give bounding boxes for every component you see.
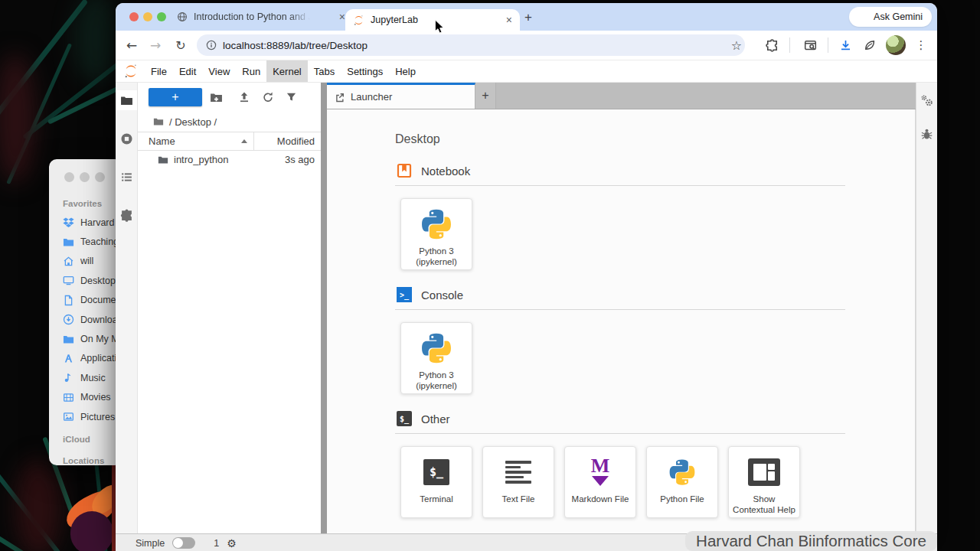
simple-mode-toggle[interactable] [172,537,195,549]
browser-window: Introduction to Python and Ju × JupyterL… [116,3,937,551]
close-tab-icon[interactable]: × [339,11,345,22]
left-activity-bar [116,83,138,533]
python-file-card[interactable]: Python File [646,446,718,518]
dock-tab-bar: Launcher + [327,83,916,109]
minimize-window-button[interactable] [143,12,152,21]
debugger-icon[interactable] [920,128,933,141]
sidebar-item-on-my-mac[interactable]: On My M [63,329,122,348]
python-icon [668,458,697,487]
menu-tabs[interactable]: Tabs [308,60,341,82]
back-button[interactable]: ← [122,31,142,60]
sidebar-item-documents[interactable]: Documen [63,291,122,310]
tab-title: JupyterLab [371,15,418,25]
ask-gemini-button[interactable]: Ask Gemini [849,7,932,27]
text-file-card[interactable]: Text File [482,446,554,518]
sort-ascending-icon [241,139,247,143]
new-folder-icon[interactable] [210,91,223,106]
menu-run[interactable]: Run [236,60,266,82]
upload-icon[interactable] [238,91,250,106]
profile-avatar[interactable] [886,35,906,55]
console-python3-card[interactable]: Python 3 (ipykernel) [400,322,472,394]
file-row-intro-python[interactable]: intro_python 3s ago [138,151,321,168]
document-icon [63,295,74,306]
sidebar-item-music[interactable]: Music [63,368,122,387]
tab-title: Introduction to Python and Ju [194,11,310,22]
panel-splitter[interactable] [321,83,327,533]
site-info-icon[interactable] [206,40,217,51]
browser-toolbar: ← → ↻ localhost:8889/lab/tree/Desktop ☆ … [116,31,937,60]
movies-icon [63,392,74,403]
simple-mode-label: Simple [136,538,165,549]
finder-traffic-lights[interactable] [64,172,105,182]
table-of-contents-tab[interactable] [116,167,137,187]
sidebar-item-movies[interactable]: Movies [63,388,122,407]
music-icon [63,372,74,383]
sidebar-item-pictures[interactable]: Pictures [63,407,122,426]
file-browser-panel: + / Desktop / Name Modified [138,83,321,533]
performance-leaf-icon[interactable] [860,31,880,60]
console-icon: >_ [397,287,412,302]
home-icon [63,256,74,267]
downloads-icon [63,314,74,325]
refresh-icon[interactable] [262,91,274,106]
zoom-window-button[interactable] [157,12,166,21]
close-window-button[interactable] [129,12,139,21]
markdown-file-card[interactable]: M Markdown File [564,446,636,518]
menu-help[interactable]: Help [389,60,422,82]
running-kernels-tab[interactable] [116,129,137,148]
sidebar-item-harvard[interactable]: Harvard [63,213,122,232]
launcher-tab[interactable]: Launcher [327,83,475,109]
notebook-python3-card[interactable]: Python 3 (ipykernel) [400,198,472,270]
menu-view[interactable]: View [202,60,236,82]
breadcrumb[interactable]: / Desktop / [138,112,321,132]
sidebar-item-teaching[interactable]: Teaching [63,232,122,251]
dropbox-icon [63,217,74,228]
finder-section-favorites: Favorites [63,199,102,208]
gemini-spark-icon [858,11,869,22]
menu-kernel[interactable]: Kernel [266,60,308,82]
file-browser-tab[interactable] [116,90,137,110]
sidebar-item-downloads[interactable]: Downloa [63,310,122,329]
new-tab-button[interactable]: + [518,8,538,28]
column-modified[interactable]: Modified [277,135,315,147]
url-text: localhost:8889/lab/tree/Desktop [223,40,368,51]
filter-icon[interactable] [286,91,297,105]
text-file-icon [505,459,531,485]
python-icon [420,207,453,241]
forward-button[interactable]: → [145,31,165,60]
terminal-icon: $_ [423,459,449,485]
mouse-cursor [434,19,445,34]
sidebar-item-desktop[interactable]: Desktop [63,271,122,290]
bookmark-star-icon[interactable]: ☆ [727,31,746,60]
extensions-icon[interactable] [762,31,782,60]
browser-tab-active[interactable]: JupyterLab × [345,9,520,31]
reload-button[interactable]: ↻ [171,31,191,60]
new-launcher-button[interactable]: + [149,88,202,106]
browser-tab-inactive[interactable]: Introduction to Python and Ju × [171,3,351,31]
menu-settings[interactable]: Settings [341,60,389,82]
contextual-help-card[interactable]: Show Contextual Help [728,446,800,518]
extension-manager-tab[interactable] [116,205,137,225]
property-inspector-icon[interactable] [920,93,934,108]
finder-section-locations: Locations [63,456,104,465]
terminal-card[interactable]: $_ Terminal [400,446,472,518]
menu-edit[interactable]: Edit [173,60,202,82]
close-tab-icon[interactable]: × [506,15,512,25]
launcher-icon [335,92,345,103]
window-traffic-lights[interactable] [129,12,166,21]
sidebar-item-applications[interactable]: Applicati [63,349,122,368]
downloads-icon[interactable] [835,31,855,60]
tab-search-icon[interactable] [800,31,820,60]
add-tab-button[interactable]: + [475,83,496,109]
notebook-icon [397,163,412,178]
kernel-sessions-icon[interactable]: ⚙ [227,537,237,549]
address-bar[interactable]: localhost:8889/lab/tree/Desktop [197,34,745,56]
folder-icon [63,236,74,248]
browser-menu-icon[interactable]: ⋮ [912,31,930,60]
sidebar-item-home[interactable]: will [63,252,122,271]
notebook-section: Notebook Python 3 (ipykernel) [395,163,845,270]
kernel-count: 1 [214,538,219,549]
folder-icon [153,116,164,127]
menu-file[interactable]: File [145,60,173,82]
column-name[interactable]: Name [149,135,175,147]
